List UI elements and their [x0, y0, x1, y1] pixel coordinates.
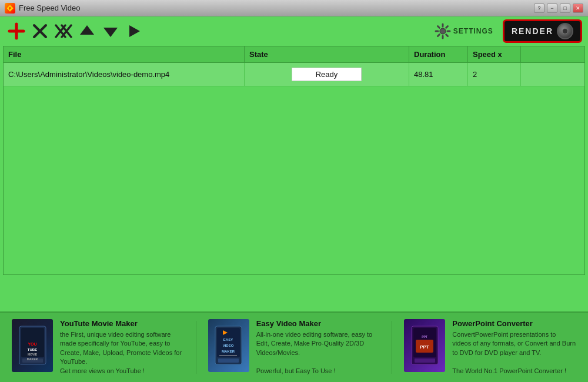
cell-file-0: C:\Users\Administrator\Videos\video-demo…	[4, 63, 245, 86]
window-controls: ? − □ ✕	[534, 4, 583, 13]
promo-item-youtube[interactable]: YOU TUBE MOVIE MAKER YouTute Movie Maker…	[12, 319, 184, 376]
svg-rect-39	[415, 358, 435, 363]
promo-thumb-youtube: YOU TUBE MOVIE MAKER	[12, 319, 53, 372]
render-disc-icon	[557, 23, 573, 39]
state-badge: Ready	[292, 68, 362, 81]
svg-marker-11	[103, 28, 118, 37]
app-icon: F	[5, 3, 15, 14]
svg-text:MAKER: MAKER	[222, 350, 235, 353]
svg-text:F: F	[9, 6, 12, 11]
col-header-duration: Duration	[409, 46, 468, 62]
toolbar-left	[6, 21, 145, 42]
promo-desc-youtube: the First, unique video editing software…	[60, 330, 184, 376]
promo-desc-pptconverter: ConvertPowerPoint presentations to video…	[452, 330, 576, 376]
cell-state-0: Ready	[245, 63, 409, 86]
svg-line-21	[437, 35, 439, 36]
render-label: RENDER	[512, 26, 553, 36]
settings-button[interactable]: SETTINGS	[435, 23, 493, 39]
add-button[interactable]	[6, 21, 27, 42]
promo-title-easyvideo: Easy Video Maker	[256, 319, 380, 328]
delete-button[interactable]	[29, 21, 51, 42]
col-header-speed: Speed x	[468, 46, 521, 62]
move-up-button[interactable]	[76, 21, 98, 42]
promo-content-youtube: YouTute Movie Maker the First, unique vi…	[60, 319, 184, 376]
svg-line-20	[446, 26, 448, 28]
svg-text:EASY: EASY	[223, 338, 233, 341]
table-body: C:\Users\Administrator\Videos\video-demo…	[4, 63, 584, 274]
svg-text:PPT: PPT	[422, 335, 427, 339]
promo-item-easyvideo[interactable]: EASY VIDEO MAKER Easy Video Maker All-in…	[208, 319, 380, 376]
play-button[interactable]	[123, 21, 145, 42]
settings-label: SETTINGS	[453, 27, 493, 35]
cell-duration-0: 48.81	[409, 63, 468, 86]
svg-text:PPT: PPT	[420, 344, 429, 350]
promo-divider-1	[196, 321, 196, 374]
toolbar-right: SETTINGS RENDER	[435, 19, 582, 43]
maximize-button[interactable]: □	[560, 4, 570, 13]
cell-extra-0	[521, 63, 584, 86]
promo-title-pptconverter: PowerPoint Converter	[452, 319, 576, 328]
svg-text:YOU: YOU	[28, 342, 36, 346]
promo-thumb-pptconverter: PPT PPT	[404, 319, 445, 372]
promo-divider-2	[392, 321, 392, 374]
svg-marker-10	[80, 25, 94, 35]
svg-point-13	[440, 28, 446, 34]
svg-text:TUBE: TUBE	[27, 348, 36, 351]
close-button[interactable]: ✕	[573, 4, 583, 13]
app-title: Free Speed Video	[19, 4, 81, 12]
svg-text:MAKER: MAKER	[26, 357, 38, 361]
promo-title-youtube: YouTute Movie Maker	[60, 319, 184, 328]
col-header-extra	[521, 46, 584, 62]
svg-text:VIDEO: VIDEO	[223, 344, 234, 347]
promo-content-easyvideo: Easy Video Maker All-in-one video editin…	[256, 319, 380, 376]
minimize-button[interactable]: −	[547, 4, 557, 13]
col-header-state: State	[245, 46, 409, 62]
delete-all-button[interactable]	[53, 21, 74, 42]
promo-item-pptconverter[interactable]: PPT PPT PowerPoint Converter ConvertPowe…	[404, 319, 576, 376]
svg-line-18	[437, 26, 439, 28]
promo-area: YOU TUBE MOVIE MAKER YouTute Movie Maker…	[0, 311, 588, 382]
help-button[interactable]: ?	[534, 4, 544, 13]
svg-rect-31	[218, 358, 239, 363]
promo-content-pptconverter: PowerPoint Converter ConvertPowerPoint p…	[452, 319, 576, 376]
col-header-file: File	[4, 46, 245, 62]
promo-desc-easyvideo: All-in-one video editing software, easy …	[256, 330, 380, 376]
promo-thumb-easyvideo: EASY VIDEO MAKER	[208, 319, 249, 372]
svg-text:MOVIE: MOVIE	[27, 353, 37, 356]
move-down-button[interactable]	[100, 21, 121, 42]
table-row[interactable]: C:\Users\Administrator\Videos\video-demo…	[4, 63, 584, 86]
table-header: File State Duration Speed x	[4, 46, 584, 63]
file-table: File State Duration Speed x C:\Users\Adm…	[3, 46, 585, 275]
cell-speed-0: 2	[468, 63, 521, 86]
svg-marker-12	[129, 25, 140, 37]
title-bar: F Free Speed Video ? − □ ✕	[0, 0, 588, 16]
render-button[interactable]: RENDER	[503, 19, 582, 43]
toolbar: SETTINGS RENDER	[0, 16, 588, 46]
svg-line-19	[446, 35, 448, 36]
